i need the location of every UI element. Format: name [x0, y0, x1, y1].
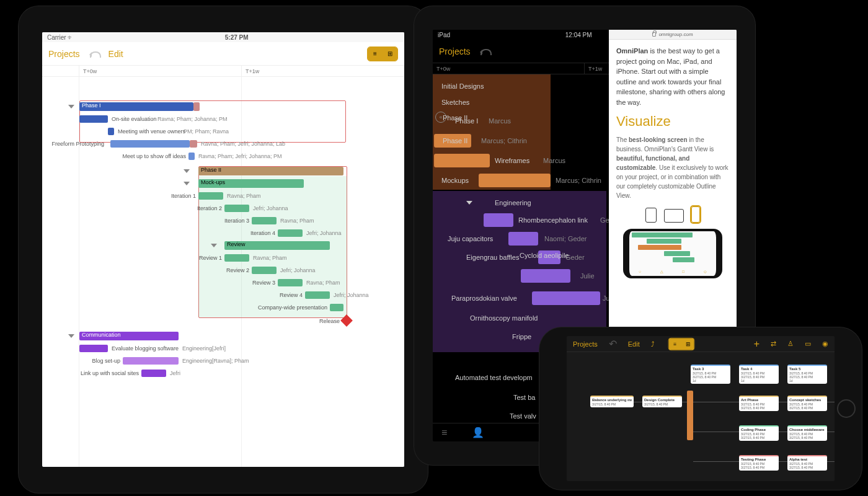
network-view-icon-iphone[interactable]: ⊞ — [681, 338, 694, 350]
task-bar[interactable] — [79, 345, 108, 352]
task-label-left: Review 1 — [199, 255, 222, 261]
person-icon[interactable]: ♙ — [787, 340, 794, 348]
visualize-heading: Visualize — [616, 111, 729, 131]
projects-button-dark[interactable]: Projects — [439, 46, 471, 56]
link-icon[interactable]: ⇄ — [771, 340, 776, 348]
phase2-label: Phase II — [201, 167, 221, 173]
toolbar-light: Projects Edit ≡ ⊞ — [42, 42, 404, 66]
tab-tasks-icon[interactable]: ≡ — [441, 427, 447, 438]
review-bar[interactable]: Review — [224, 241, 330, 250]
ipad-landscape-icon[interactable] — [664, 209, 684, 223]
eye-icon[interactable]: ◉ — [822, 340, 828, 348]
safari-content[interactable]: OmniPlan is the best way to get a projec… — [609, 40, 737, 290]
task-bar[interactable] — [252, 267, 277, 274]
task-res: Jefri — [170, 370, 180, 376]
disclosure-icon[interactable] — [68, 105, 74, 108]
task-bar[interactable] — [224, 205, 249, 212]
phase1-bar[interactable]: Phase I — [79, 102, 193, 111]
task-bar-dark[interactable] — [434, 154, 490, 167]
network-card[interactable]: Task 4 3/27/15, 8:40 PM 3/27/15, 8:40 PM… — [739, 365, 779, 384]
task-bar[interactable] — [330, 304, 343, 311]
task-bar[interactable] — [108, 128, 114, 135]
gantt-view-icon-iphone[interactable]: ≡ — [668, 338, 681, 350]
network-card[interactable]: Task 3 3/27/15, 8:40 PM 3/27/15, 8:40 PM… — [691, 365, 730, 384]
task-bar-dark[interactable] — [484, 213, 513, 227]
engineering-label: Engineering — [495, 199, 531, 206]
review-label: Review — [227, 241, 246, 247]
disclosure-icon[interactable] — [68, 334, 74, 338]
task-label-left: Review 2 — [226, 267, 249, 273]
rhomb-res: Ge — [600, 216, 609, 224]
task-label: Meeting with venue owners — [118, 128, 185, 135]
network-card[interactable]: Balance underlying math… 3/27/15, 8:40 P… — [590, 396, 634, 407]
task-res: Ravna; Pham — [280, 218, 314, 224]
network-card[interactable]: Choose middleware 3/27/15, 8:40 PM3/27/1… — [787, 425, 827, 441]
phase2-bar[interactable]: Phase II — [198, 167, 343, 175]
projects-button[interactable]: Projects — [48, 49, 80, 59]
task-res: Ravna; Pham — [227, 193, 261, 199]
share-icon[interactable]: ⤴ — [651, 340, 655, 348]
edit-button-iphone[interactable]: Edit — [628, 340, 640, 348]
mockups-bar[interactable]: Mock-ups — [198, 179, 304, 188]
tab-resources-icon[interactable]: 👤 — [472, 427, 484, 438]
network-card[interactable]: Alpha test 3/27/15, 8:40 PM3/27/15, 8:40… — [787, 455, 827, 471]
task-bar[interactable] — [198, 192, 223, 200]
preview-tab-icon: □ — [682, 269, 684, 275]
task-bar-dark[interactable] — [532, 291, 600, 305]
milestone-diamond[interactable] — [340, 314, 353, 327]
safari-address-bar[interactable]: omnigroup.com — [609, 30, 737, 40]
disclosure-icon[interactable] — [211, 244, 217, 247]
clipboard-icon[interactable]: ▭ — [805, 340, 811, 348]
network-view-icon[interactable]: ⊞ — [383, 47, 397, 61]
view-segmented-iphone[interactable]: ≡ ⊞ — [668, 337, 694, 350]
edit-button[interactable]: Edit — [108, 49, 123, 59]
task-bar[interactable] — [141, 370, 166, 377]
testba-label: Test ba — [513, 394, 535, 401]
task-label-left: Blog set-up — [92, 358, 120, 364]
disclosure-icon[interactable] — [184, 169, 190, 173]
task-bar[interactable] — [188, 153, 195, 160]
network-card[interactable]: Design Complete 3/27/15, 8:40 PM — [642, 396, 682, 407]
task-bar[interactable] — [79, 115, 108, 123]
task-bar[interactable] — [278, 279, 303, 286]
mockups-label-dark: Mockups — [441, 177, 469, 184]
projects-button-iphone[interactable]: Projects — [573, 340, 598, 348]
preview-tab-icon: △ — [660, 269, 663, 275]
network-card[interactable]: Concept sketches 3/27/15, 8:40 PM3/27/15… — [787, 396, 827, 411]
ipad-portrait-icon[interactable] — [645, 208, 657, 223]
task-bar[interactable] — [224, 254, 249, 262]
ornith-label: Ornithoscopy manifold — [470, 314, 538, 322]
disclosure-icon[interactable] — [184, 182, 190, 185]
add-icon-iphone[interactable]: + — [754, 339, 760, 350]
communication-bar[interactable]: Communication — [79, 332, 179, 340]
network-card[interactable]: Coding Phase 3/27/15, 8:40 PM3/27/15, 8:… — [739, 425, 779, 441]
network-card[interactable]: Testing Phase 3/27/15, 8:40 PM3/27/15, 8… — [739, 455, 779, 471]
network-card[interactable]: Art Phase 3/27/15, 8:40 PM3/27/15, 8:40 … — [739, 396, 779, 411]
view-segmented[interactable]: ≡ ⊞ — [367, 46, 398, 61]
undo-icon[interactable] — [89, 50, 100, 58]
network-card[interactable]: Task 5 3/27/15, 8:40 PM 3/27/15, 8:40 PM… — [787, 365, 827, 384]
task-bar[interactable] — [278, 229, 303, 237]
undo-icon-dark[interactable] — [479, 47, 490, 56]
task-bar[interactable] — [110, 140, 190, 148]
task-label: Evaluate blogging software — [112, 345, 179, 352]
task-res: Jefri; Johanna — [253, 205, 288, 211]
gantt-body-light[interactable]: Phase I On-site evaluation Ravna; Pham; … — [42, 77, 404, 467]
network-canvas[interactable]: Task 3 3/27/15, 8:40 PM 3/27/15, 8:40 PM… — [567, 352, 835, 481]
phase2-label-dark: Phase II — [443, 114, 467, 122]
carrier-label: Carrier — [47, 34, 66, 41]
task-bar-dark[interactable] — [508, 232, 538, 246]
task-label-left: Meet up to show off ideas — [123, 153, 186, 159]
phone-preview: ○△□◇ — [623, 229, 722, 278]
task-bar[interactable] — [305, 291, 330, 299]
task-bar-dark[interactable] — [479, 174, 551, 187]
iphone-icon[interactable] — [691, 206, 700, 223]
gantt-view-icon[interactable]: ≡ — [368, 47, 383, 61]
disclosure-icon-dark[interactable] — [466, 201, 472, 205]
task-bar[interactable] — [123, 357, 179, 365]
task-bar[interactable] — [252, 217, 277, 224]
preview-tab-icon: ○ — [639, 269, 641, 275]
task-bar-dark[interactable] — [521, 269, 570, 283]
undo-icon-iphone[interactable]: ↶ — [609, 338, 617, 350]
task-res: Ravna; Pham; Jefri; Johanna; PM — [198, 153, 282, 159]
